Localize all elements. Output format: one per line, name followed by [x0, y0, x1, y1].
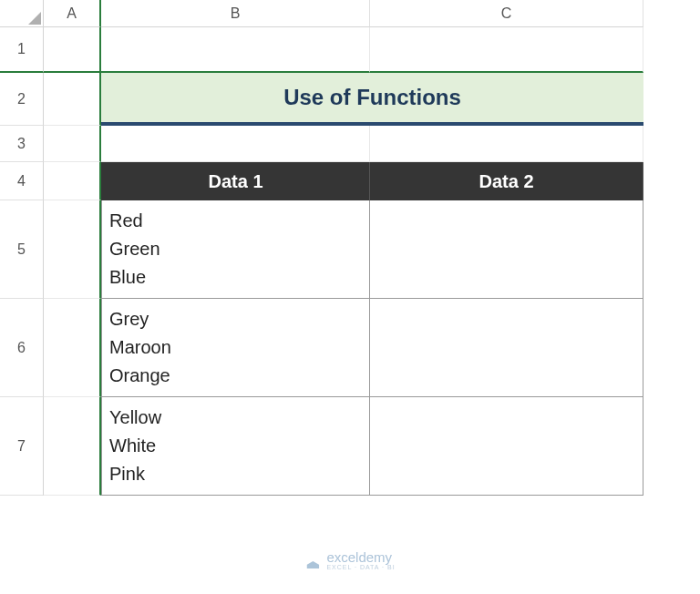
cell-a1[interactable] [44, 27, 101, 73]
row-header-7[interactable]: 7 [0, 397, 44, 496]
cell-a2[interactable] [44, 73, 101, 126]
spreadsheet-grid: A B C 1 2 Use of Functions 3 4 Data 1 Da… [0, 0, 700, 496]
row-header-2[interactable]: 2 [0, 73, 44, 126]
watermark: exceldemy EXCEL · DATA · BI [304, 550, 395, 570]
cell-a3[interactable] [44, 126, 101, 162]
row-header-1[interactable]: 1 [0, 27, 44, 73]
watermark-main: exceldemy [326, 550, 395, 564]
cell-a5[interactable] [44, 200, 101, 299]
cell-c3[interactable] [370, 126, 643, 162]
cell-b6[interactable]: Grey Maroon Orange [101, 299, 370, 397]
cell-c6[interactable] [370, 299, 643, 397]
cell-b3[interactable] [101, 126, 370, 162]
select-all-corner[interactable] [0, 0, 44, 27]
cell-c7[interactable] [370, 397, 643, 496]
cell-c1[interactable] [370, 27, 643, 73]
row-header-5[interactable]: 5 [0, 200, 44, 299]
header-data1[interactable]: Data 1 [101, 162, 370, 200]
row-header-6[interactable]: 6 [0, 299, 44, 397]
col-header-a[interactable]: A [44, 0, 101, 27]
row-header-3[interactable]: 3 [0, 126, 44, 162]
cell-b5[interactable]: Red Green Blue [101, 200, 370, 299]
col-header-c[interactable]: C [370, 0, 643, 27]
cell-b1[interactable] [101, 27, 370, 73]
cell-a6[interactable] [44, 299, 101, 397]
col-header-b[interactable]: B [101, 0, 370, 27]
header-data2[interactable]: Data 2 [370, 162, 643, 200]
house-icon [304, 552, 321, 568]
row-header-4[interactable]: 4 [0, 162, 44, 200]
cell-a7[interactable] [44, 397, 101, 496]
title-cell[interactable]: Use of Functions [101, 73, 643, 126]
cell-c5[interactable] [370, 200, 643, 299]
watermark-sub: EXCEL · DATA · BI [326, 564, 395, 570]
cell-b7[interactable]: Yellow White Pink [101, 397, 370, 496]
cell-a4[interactable] [44, 162, 101, 200]
